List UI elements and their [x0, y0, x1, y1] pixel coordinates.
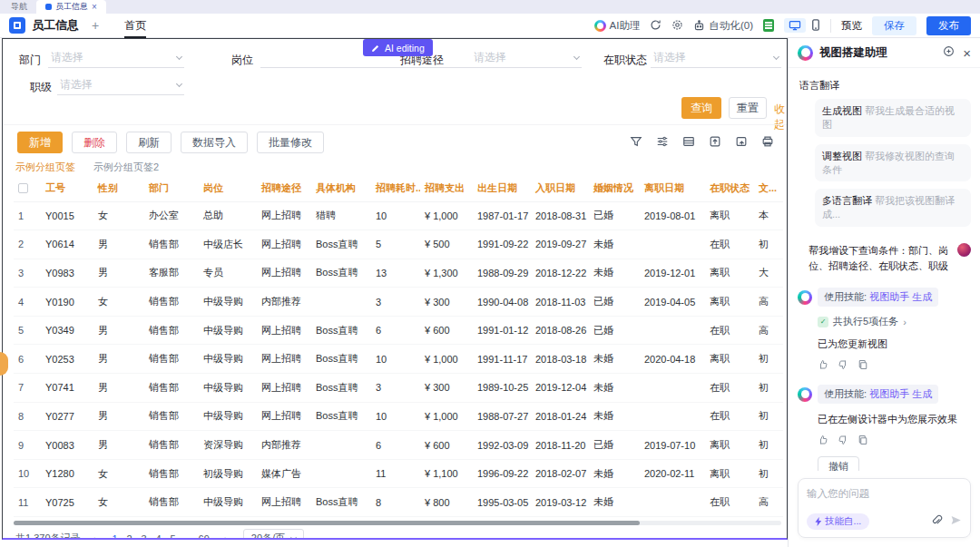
group-tab[interactable]: 示例分组页签2	[93, 161, 159, 174]
filter-status-select[interactable]: 请选择	[651, 48, 781, 68]
refresh-icon[interactable]	[650, 19, 662, 33]
table-row[interactable]: 11Y0725女销售部中级导购网上招聘Boss直聘8¥ 8001995-03-0…	[14, 488, 783, 517]
pager-page[interactable]: 69	[196, 532, 212, 541]
filter-channel-select[interactable]: 请选择	[471, 48, 582, 68]
add-page-button[interactable]: +	[92, 18, 99, 33]
table-row[interactable]: 2Y0614男销售部中级店长网上招聘Boss直聘5¥ 5001991-09-22…	[14, 230, 783, 259]
copy-icon[interactable]	[858, 359, 868, 370]
print-icon[interactable]	[761, 135, 774, 148]
table-row[interactable]: 5Y0349男销售部中级导购网上招聘Boss直聘6¥ 6001991-01-12…	[14, 316, 783, 345]
table-row[interactable]: 6Y0253男销售部中级导购网上招聘Boss直聘10¥ 1,0001991-11…	[14, 345, 783, 374]
column-header[interactable]: 出生日期	[473, 175, 531, 201]
table-row[interactable]: 9Y0083男销售部资深导购内部推荐6¥ 6001992-03-092018-1…	[14, 431, 783, 460]
thumbs-up-icon[interactable]	[818, 359, 828, 370]
column-header[interactable]: 在职状态	[705, 175, 754, 201]
table-cell: 在职	[705, 374, 754, 403]
pager-next[interactable]: ›	[219, 532, 233, 541]
column-header[interactable]: 文...	[754, 175, 783, 201]
row-height-icon[interactable]	[682, 135, 695, 148]
save-button[interactable]: 保存	[872, 16, 916, 35]
table-cell: 2019-03-12	[531, 488, 589, 517]
task-summary[interactable]: ✓ 共执行5项任务 ›	[818, 315, 971, 328]
filter-level-select[interactable]: 请选择	[57, 75, 184, 95]
ai-assistant-button[interactable]: AI助理	[594, 19, 641, 33]
skill-chip[interactable]: 技能自...	[807, 513, 869, 530]
page-size-select[interactable]: 20条/页	[243, 529, 304, 540]
copy-icon[interactable]	[858, 435, 868, 445]
table-cell: 3	[371, 288, 420, 317]
mobile-view-button[interactable]	[811, 19, 820, 33]
data-import-button[interactable]: 数据导入	[181, 132, 248, 153]
filter-icon[interactable]	[630, 135, 642, 148]
publish-button[interactable]: 发布	[926, 16, 971, 35]
desktop-view-button[interactable]	[784, 18, 806, 33]
pager-page[interactable]: 1	[108, 532, 122, 541]
scrollbar-thumb[interactable]	[14, 521, 640, 525]
add-record-button[interactable]: 新增	[17, 132, 63, 153]
table-cell: 5	[371, 230, 420, 259]
filter-dept-select[interactable]: 请选择	[48, 48, 184, 68]
select-all-header[interactable]	[14, 175, 41, 201]
assistant-input[interactable]: 输入您的问题 技能自...	[798, 478, 971, 538]
column-header[interactable]: 工号	[41, 175, 93, 201]
table-cell	[311, 288, 371, 317]
nav-label[interactable]: 导航	[0, 0, 36, 14]
settings-icon[interactable]	[671, 19, 683, 33]
undo-button[interactable]: 撤销	[818, 456, 859, 471]
select-all-checkbox[interactable]	[18, 183, 28, 193]
table-cell: 中级导购	[199, 316, 257, 345]
table-row[interactable]: 7Y0741男销售部中级导购网上招聘Boss直聘3¥ 3001989-10-25…	[14, 374, 783, 403]
pager-page[interactable]: 3	[137, 532, 152, 541]
table-cell: 客服部	[144, 259, 199, 288]
suggestion-chip[interactable]: 生成视图 帮我生成最合适的视图	[815, 99, 971, 137]
column-header[interactable]: 具体机构	[311, 175, 371, 201]
share-icon[interactable]	[735, 135, 748, 148]
preview-button[interactable]: 预览	[841, 19, 862, 33]
thumbs-down-icon[interactable]	[838, 435, 848, 445]
thumbs-up-icon[interactable]	[818, 435, 828, 445]
table-row[interactable]: 1Y0015女办公室总助网上招聘猎聘10¥ 1,0001987-01-17201…	[14, 201, 783, 230]
column-header[interactable]: 部门	[144, 175, 199, 201]
pager-page[interactable]: 4	[152, 532, 166, 541]
refresh-button[interactable]: 刷新	[126, 132, 172, 153]
column-header[interactable]: 招聘途径	[257, 175, 311, 201]
expand-tasks-icon[interactable]: ›	[903, 317, 906, 327]
version-log-icon[interactable]	[763, 19, 774, 32]
reset-button[interactable]: 重置	[729, 97, 767, 119]
column-header[interactable]: 离职日期	[640, 175, 705, 201]
new-chat-icon[interactable]	[943, 44, 955, 61]
tab-close-icon[interactable]: ×	[92, 2, 97, 12]
column-header[interactable]: 性别	[93, 175, 144, 201]
column-header[interactable]: 招聘耗时..	[371, 175, 420, 201]
pager-page[interactable]: 2	[122, 532, 137, 541]
suggestion-chip[interactable]: 多语言翻译 帮我把该视图翻译成...	[815, 189, 971, 227]
query-button[interactable]: 查询	[681, 97, 721, 119]
table-row[interactable]: 3Y0983男客服部专员网上招聘Boss直聘13¥ 1,3001988-09-2…	[14, 259, 783, 288]
close-panel-icon[interactable]: ×	[963, 46, 971, 60]
export-icon[interactable]	[709, 135, 721, 148]
horizontal-scrollbar[interactable]	[14, 521, 781, 525]
column-header[interactable]: 入职日期	[531, 175, 589, 201]
collapse-filters-link[interactable]: 收起	[774, 102, 788, 132]
pager-page[interactable]: 5	[166, 532, 181, 541]
attachment-icon[interactable]	[931, 513, 943, 530]
group-tab[interactable]: 示例分组页签	[15, 161, 75, 174]
table-cell: 2020-02-11	[640, 459, 705, 488]
column-header[interactable]: 婚姻情况	[589, 175, 640, 201]
pager-prev[interactable]: ‹	[87, 532, 102, 541]
column-header[interactable]: 岗位	[199, 175, 257, 201]
thumbs-down-icon[interactable]	[838, 359, 848, 370]
automation-button[interactable]: 自动化(0)	[693, 19, 753, 33]
table-row[interactable]: 10Y1280女销售部初级导购媒体广告11¥ 1,1001996-09-2220…	[14, 459, 783, 488]
column-header[interactable]: 招聘支出	[420, 175, 473, 201]
table-row[interactable]: 4Y0190女销售部中级导购内部推荐3¥ 3001990-04-082018-1…	[14, 288, 783, 317]
column-settings-icon[interactable]	[656, 135, 669, 148]
suggestion-chip[interactable]: 调整视图 帮我修改视图的查询条件	[815, 144, 971, 182]
table-row[interactable]: 8Y0277男销售部中级导购网上招聘Boss直聘10¥ 1,0001988-07…	[14, 402, 783, 431]
app-browser-tab[interactable]: 员工信息 ×	[36, 0, 106, 14]
app-tab-icon	[45, 4, 52, 10]
tab-home-page[interactable]: 首页	[124, 14, 146, 38]
delete-button[interactable]: 删除	[72, 132, 117, 153]
batch-edit-button[interactable]: 批量修改	[257, 132, 324, 153]
send-icon[interactable]	[950, 513, 962, 530]
